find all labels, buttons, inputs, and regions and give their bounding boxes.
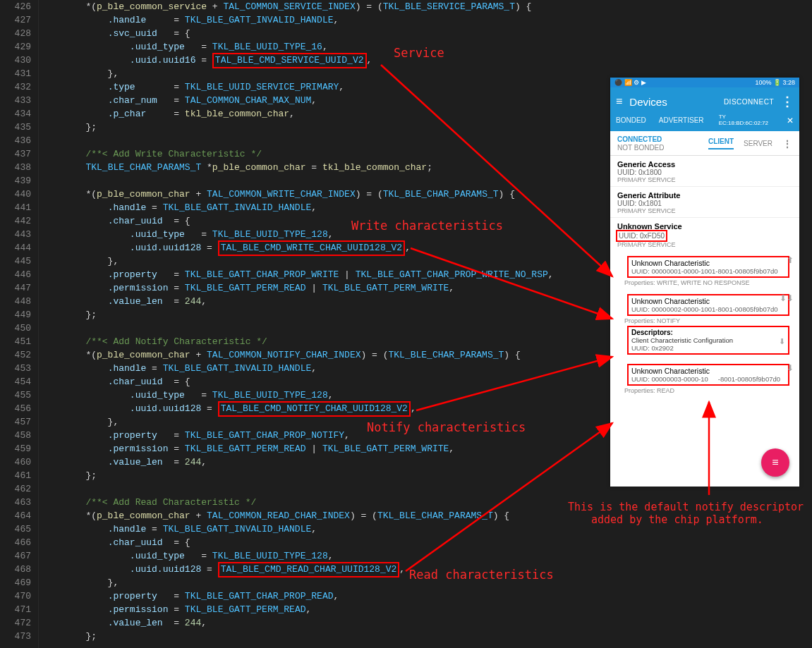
char-properties: Properties: NOTIFY bbox=[620, 317, 792, 324]
not-bonded-label: NOT BONDED bbox=[617, 144, 665, 152]
service-unknown[interactable]: Unknown Service UUID: 0xFD50 PRIMARY SER… bbox=[610, 218, 799, 251]
hamburger-icon[interactable]: ≡ bbox=[616, 95, 622, 108]
line-number-gutter: 426 427 428 429 430 431 432 433 434 435 … bbox=[0, 0, 39, 648]
char-properties: Properties: WRITE, WRITE NO RESPONSE bbox=[620, 279, 792, 286]
service-type: PRIMARY SERVICE bbox=[617, 241, 792, 248]
overflow-menu-icon[interactable]: ⋮ bbox=[781, 94, 794, 109]
service-generic-attribute[interactable]: Generic Attribute UUID: 0x1801 PRIMARY S… bbox=[610, 187, 799, 218]
service-uuid: UUID: 0x1800 bbox=[617, 169, 792, 176]
service-generic-access[interactable]: Generic Access UUID: 0x1800 PRIMARY SERV… bbox=[610, 156, 799, 187]
close-tab-icon[interactable]: ✕ bbox=[787, 116, 794, 126]
tab-bonded[interactable]: BONDED bbox=[616, 116, 646, 124]
char-properties: Properties: READ bbox=[620, 387, 792, 394]
tab-server[interactable]: SERVER bbox=[744, 140, 772, 147]
download-icon[interactable]: ⬇ bbox=[787, 363, 794, 373]
descriptor-block: Descriptors: Client Characteristic Confi… bbox=[627, 326, 789, 355]
download-multiple-icon[interactable]: ⬇⬇ bbox=[780, 293, 794, 303]
phone-screenshot: ⚫ 📶 ⚙ ▶ 100% 🔋 3:28 ≡ Devices DISCONNECT… bbox=[610, 78, 799, 487]
connection-bar: CONNECTED NOT BONDED CLIENT SERVER ⋮ bbox=[610, 131, 799, 156]
phone-status-bar: ⚫ 📶 ⚙ ▶ 100% 🔋 3:28 bbox=[610, 78, 799, 87]
char-uuid: UUID: 00000003-0000-10-8001-00805f9b07d0 bbox=[631, 375, 785, 383]
more-icon[interactable]: ⋮ bbox=[782, 138, 792, 149]
descriptor-uuid: UUID: 0x2902 bbox=[631, 344, 785, 352]
char-uuid: UUID: 00000002-0000-1001-8001-00805f9b07… bbox=[631, 305, 785, 313]
service-type: PRIMARY SERVICE bbox=[617, 176, 792, 183]
characteristic-write[interactable]: ⬆ Unknown Characteristic UUID: 00000001-… bbox=[610, 251, 799, 289]
service-type: PRIMARY SERVICE bbox=[617, 207, 792, 214]
status-right: 100% 🔋 3:28 bbox=[755, 79, 795, 86]
status-left: ⚫ 📶 ⚙ ▶ bbox=[614, 79, 646, 86]
characteristic-notify[interactable]: ⬇⬇ Unknown Characteristic UUID: 00000002… bbox=[610, 289, 799, 359]
tab-device-mac: EC:18:BD:6C:02:72 bbox=[719, 121, 768, 127]
tab-client[interactable]: CLIENT bbox=[708, 137, 734, 149]
upload-icon[interactable]: ⬆ bbox=[787, 255, 794, 265]
download-icon[interactable]: ⬇ bbox=[779, 337, 785, 346]
char-title: Unknown Characteristic bbox=[631, 367, 785, 375]
app-title: Devices bbox=[629, 96, 717, 108]
tab-device-ty[interactable]: TY EC:18:BD:6C:02:72 bbox=[719, 114, 768, 127]
char-title: Unknown Characteristic bbox=[631, 259, 785, 267]
char-uuid: UUID: 00000001-0000-1001-8001-00805f9b07… bbox=[631, 267, 785, 275]
disconnect-button[interactable]: DISCONNECT bbox=[724, 98, 774, 106]
service-title: Generic Access bbox=[617, 160, 792, 169]
tab-advertiser[interactable]: ADVERTISER bbox=[659, 116, 704, 124]
service-title: Generic Attribute bbox=[617, 191, 792, 200]
fab-button[interactable]: ≡ bbox=[761, 448, 789, 477]
service-uuid: UUID: 0x1801 bbox=[617, 200, 792, 207]
characteristic-read[interactable]: ⬇ Unknown Characteristic UUID: 00000003-… bbox=[610, 359, 799, 397]
connected-label: CONNECTED bbox=[617, 135, 665, 144]
descriptor-name: Client Characteristic Configuration bbox=[631, 336, 785, 344]
service-uuid: UUID: 0xFD50 bbox=[617, 231, 792, 241]
header-tabs: BONDED ADVERTISER TY EC:18:BD:6C:02:72 ✕ bbox=[616, 111, 794, 131]
char-title: Unknown Characteristic bbox=[631, 297, 785, 305]
descriptors-label: Descriptors: bbox=[631, 329, 785, 336]
phone-app-header: ≡ Devices DISCONNECT ⋮ BONDED ADVERTISER… bbox=[610, 87, 799, 131]
